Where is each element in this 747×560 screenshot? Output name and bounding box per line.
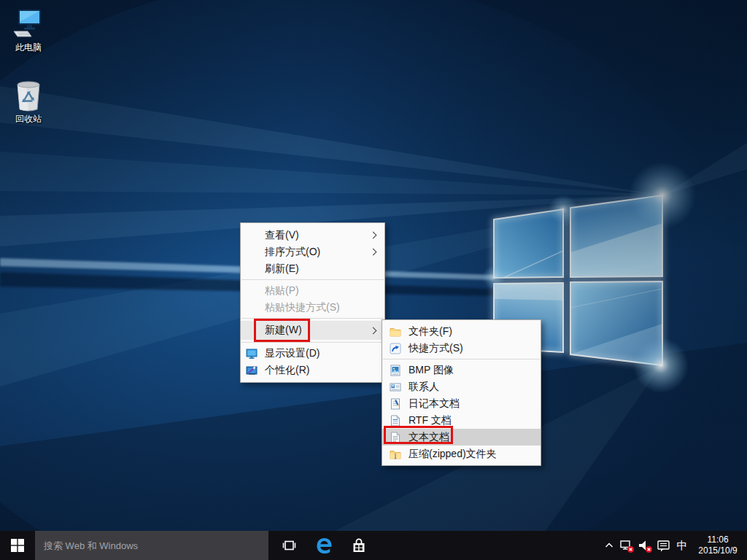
start-button[interactable] bbox=[0, 531, 35, 560]
text-document-icon bbox=[390, 432, 401, 443]
menu-item-view[interactable]: 查看(V) bbox=[241, 227, 384, 244]
submenu-item-zip-folder[interactable]: 压缩(zipped)文件夹 bbox=[382, 446, 541, 462]
submenu-item-text-document[interactable]: 文本文档 bbox=[382, 429, 541, 446]
desktop-icon-recycle-bin[interactable]: 回收站 bbox=[1, 79, 55, 124]
new-submenu: 文件夹(F) 快捷方式(S) BMP 图像 bbox=[382, 319, 541, 466]
action-center-icon bbox=[656, 538, 671, 553]
menu-separator bbox=[241, 318, 384, 319]
desktop-icon-this-pc[interactable]: 此电脑 bbox=[1, 7, 55, 52]
menu-item-new[interactable]: 新建(W) bbox=[241, 321, 384, 340]
clock-time: 11:06 bbox=[692, 534, 744, 545]
volume-muted-icon bbox=[638, 538, 653, 553]
menu-item-refresh[interactable]: 刷新(E) bbox=[241, 260, 384, 277]
input-method-indicator[interactable]: 中 bbox=[673, 539, 692, 553]
submenu-arrow-icon bbox=[370, 249, 377, 256]
shortcut-icon bbox=[390, 343, 401, 354]
network-tray-button[interactable] bbox=[618, 531, 636, 560]
desktop-icon-label: 此电脑 bbox=[15, 42, 42, 52]
folder-icon bbox=[390, 326, 401, 338]
task-view-button[interactable] bbox=[274, 531, 303, 560]
network-status-icon bbox=[619, 538, 635, 553]
menu-item-sort-by[interactable]: 排序方式(O) bbox=[241, 244, 384, 260]
windows-start-icon bbox=[11, 539, 24, 552]
desktop-icon-label: 回收站 bbox=[15, 114, 42, 124]
volume-tray-button[interactable] bbox=[636, 531, 654, 560]
menu-separator bbox=[241, 342, 384, 343]
taskbar: 中 11:06 2015/10/9 bbox=[0, 531, 747, 560]
edge-icon bbox=[314, 536, 334, 556]
menu-separator bbox=[241, 279, 384, 280]
recycle-bin-icon bbox=[12, 79, 45, 112]
menu-separator bbox=[383, 359, 540, 359]
submenu-item-journal-document[interactable]: 日记本文档 bbox=[382, 395, 541, 412]
store-button[interactable] bbox=[344, 531, 374, 560]
menu-item-paste-shortcut: 粘贴快捷方式(S) bbox=[241, 299, 384, 316]
store-icon bbox=[350, 537, 368, 554]
rtf-document-icon bbox=[390, 415, 401, 427]
submenu-item-folder[interactable]: 文件夹(F) bbox=[382, 323, 541, 340]
submenu-item-contact[interactable]: 联系人 bbox=[382, 378, 541, 395]
edge-button[interactable] bbox=[309, 531, 338, 560]
submenu-arrow-icon bbox=[370, 327, 377, 334]
taskbar-clock[interactable]: 11:06 2015/10/9 bbox=[692, 534, 747, 556]
personalization-icon bbox=[246, 365, 258, 376]
contact-icon bbox=[390, 381, 401, 393]
desktop-context-menu: 查看(V) 排序方式(O) 刷新(E) 粘贴(P) 粘贴快捷方式(S) 新建(W… bbox=[240, 222, 385, 383]
submenu-item-shortcut[interactable]: 快捷方式(S) bbox=[382, 340, 541, 357]
chevron-up-icon bbox=[604, 540, 614, 551]
tray-expand-button[interactable] bbox=[600, 531, 618, 560]
menu-item-display-settings[interactable]: 显示设置(D) bbox=[241, 345, 384, 362]
this-pc-icon bbox=[12, 7, 45, 41]
system-tray: 中 11:06 2015/10/9 bbox=[600, 531, 747, 560]
bmp-image-icon bbox=[390, 365, 401, 376]
display-settings-icon bbox=[246, 348, 258, 359]
desktop: 此电脑 回收站 查看(V) 排序方式(O) bbox=[0, 0, 747, 560]
zip-folder-icon bbox=[390, 448, 401, 460]
menu-item-personalize[interactable]: 个性化(R) bbox=[241, 362, 384, 378]
submenu-item-rtf-document[interactable]: RTF 文档 bbox=[382, 412, 541, 429]
task-view-icon bbox=[280, 537, 298, 554]
clock-date: 2015/10/9 bbox=[692, 545, 744, 556]
search-input[interactable] bbox=[35, 531, 268, 560]
action-center-button[interactable] bbox=[654, 531, 673, 560]
submenu-arrow-icon bbox=[370, 232, 377, 239]
submenu-item-bmp-image[interactable]: BMP 图像 bbox=[382, 362, 541, 378]
menu-item-paste: 粘贴(P) bbox=[241, 282, 384, 299]
journal-document-icon bbox=[390, 398, 401, 410]
